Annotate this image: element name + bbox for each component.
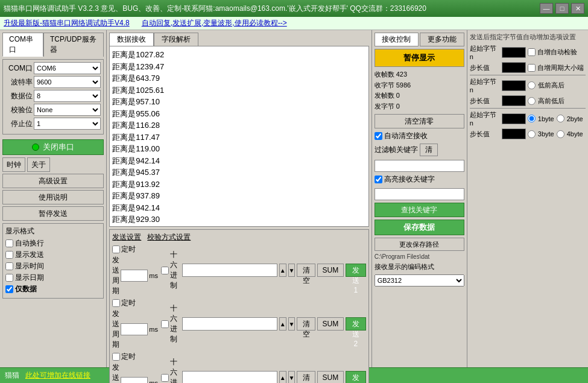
send-settings-tab[interactable]: 发送设置 bbox=[112, 232, 141, 242]
high-recv-check[interactable] bbox=[375, 176, 382, 183]
send2-hex-check[interactable] bbox=[161, 320, 169, 328]
send1-clear-button[interactable]: 清空 bbox=[297, 264, 315, 277]
only-data-check[interactable] bbox=[5, 285, 13, 293]
start-byte-input-1[interactable] bbox=[502, 47, 526, 58]
tab-data-receive[interactable]: 数据接收 bbox=[109, 33, 154, 46]
upgrade-link[interactable]: 升级最新版-猫猫串口网络调试助手V4.8 bbox=[4, 18, 130, 28]
send1-button[interactable]: 发送1 bbox=[346, 264, 365, 277]
parity-select[interactable]: None bbox=[34, 104, 101, 116]
2byte-radio[interactable] bbox=[557, 115, 564, 122]
checksum-settings-tab[interactable]: 校验方式设置 bbox=[147, 232, 191, 242]
usage-button[interactable]: 使用说明 bbox=[2, 190, 104, 204]
send1-timer-label: 定时 bbox=[121, 244, 136, 255]
auto-reply-link[interactable]: 自动回复,发送扩展,变量波形,使用必读教程--> bbox=[142, 18, 287, 28]
send1-period-input[interactable]: 1000 bbox=[121, 270, 148, 282]
send2-input[interactable] bbox=[182, 317, 277, 331]
show-send-check[interactable] bbox=[5, 251, 13, 259]
show-date-row: 显示日期 bbox=[5, 273, 101, 283]
recv-control-tab[interactable]: 接收控制 bbox=[375, 33, 419, 46]
pause-send-button[interactable]: 暂停发送 bbox=[2, 206, 104, 221]
right-tabs: 接收控制 更多功能 bbox=[375, 33, 464, 46]
send3-sum-button[interactable]: SUM bbox=[317, 371, 344, 383]
data-bits-label: 数据位 bbox=[5, 91, 33, 101]
exec-keyword-button[interactable]: 查找关键字 bbox=[375, 203, 464, 217]
send2-clear-button[interactable]: 清空 bbox=[297, 317, 315, 331]
send1-scroll-down[interactable]: ▼ bbox=[288, 264, 296, 277]
send3-input[interactable] bbox=[182, 371, 277, 383]
auto-inc-check[interactable] bbox=[528, 48, 536, 56]
auto-clear-check[interactable] bbox=[375, 132, 382, 140]
send3-timer-check[interactable] bbox=[112, 353, 120, 361]
more-functions-tab[interactable]: 更多功能 bbox=[420, 33, 464, 46]
step-input-2[interactable] bbox=[502, 95, 526, 106]
com-select[interactable]: COM6 bbox=[34, 62, 101, 74]
high-recv-keyword-input[interactable] bbox=[375, 188, 464, 200]
over-key-row: 过滤帧关键字 清 bbox=[375, 144, 464, 156]
clock-button[interactable]: 时钟 bbox=[2, 157, 25, 172]
close-button[interactable]: ✕ bbox=[571, 3, 584, 14]
send3-button[interactable]: 发送3 bbox=[346, 371, 365, 383]
maximize-button[interactable]: □ bbox=[555, 3, 569, 14]
data-display[interactable]: 距离是1027.82距离是1239.47距离是643.79距离是1025.61距… bbox=[109, 46, 368, 227]
encoding-select[interactable]: GB2312 bbox=[375, 274, 464, 286]
about-button[interactable]: 关于 bbox=[27, 157, 50, 172]
start-byte-input-3[interactable] bbox=[502, 113, 526, 124]
change-path-button[interactable]: 更改保存路径 bbox=[375, 238, 464, 251]
send2-scroll-down[interactable]: ▼ bbox=[288, 317, 296, 331]
save-data-button[interactable]: 保存数据 bbox=[375, 220, 464, 235]
send2-checkboxes: 定时 发送周期 500 ms bbox=[112, 298, 158, 350]
send2-period-input[interactable]: 500 bbox=[121, 323, 148, 335]
high-low-radio[interactable] bbox=[528, 97, 536, 105]
send1-timer-check[interactable] bbox=[112, 245, 120, 253]
step-input-3[interactable] bbox=[502, 128, 526, 139]
auto-range-check[interactable] bbox=[528, 64, 536, 72]
minimize-button[interactable]: — bbox=[540, 3, 553, 14]
list-item: 距离是942.14 bbox=[112, 202, 365, 214]
open-port-button[interactable]: 关闭串口 bbox=[2, 139, 104, 155]
low-high-radio[interactable] bbox=[528, 81, 536, 89]
stop-bits-select[interactable]: 1 bbox=[34, 118, 101, 130]
3byte-radio[interactable] bbox=[528, 130, 536, 138]
baud-select[interactable]: 9600 bbox=[34, 76, 101, 88]
list-item: 距离是957.10 bbox=[112, 96, 365, 108]
send-bytes: 发字节 0 bbox=[375, 101, 464, 112]
auto-row-1: 起始字节n 自增自动检验 bbox=[470, 44, 586, 60]
send1-input[interactable] bbox=[182, 264, 277, 277]
show-date-check[interactable] bbox=[5, 274, 13, 282]
1byte-radio[interactable] bbox=[528, 115, 536, 122]
start-byte-input-2[interactable] bbox=[502, 80, 526, 91]
send1-sum-button[interactable]: SUM bbox=[317, 264, 344, 277]
clear-keyword-button[interactable]: 清 bbox=[420, 144, 438, 156]
list-item: 距离是116.28 bbox=[112, 119, 365, 131]
clear-zero-button[interactable]: 清空清零 bbox=[375, 114, 464, 128]
tab-tcp[interactable]: TCP/UDP服务器 bbox=[43, 33, 104, 57]
step-input-1[interactable] bbox=[502, 62, 526, 73]
send3-period-input[interactable]: 1000 bbox=[121, 377, 148, 383]
over-keyword-input[interactable] bbox=[375, 160, 464, 172]
tab-field-parse[interactable]: 字段解析 bbox=[154, 33, 198, 46]
2byte-label: 2byte bbox=[567, 115, 583, 122]
send2-button[interactable]: 发送2 bbox=[346, 317, 365, 331]
send2-scroll-up[interactable]: ▲ bbox=[279, 317, 286, 331]
add-link[interactable]: 此处可增加在线链接 bbox=[25, 370, 90, 381]
4byte-radio[interactable] bbox=[557, 130, 564, 138]
send1-scroll-up[interactable]: ▲ bbox=[279, 264, 286, 277]
show-time-check[interactable] bbox=[5, 262, 13, 270]
advanced-settings-button[interactable]: 高级设置 bbox=[2, 174, 104, 188]
data-bits-select[interactable]: 8 bbox=[34, 90, 101, 102]
send3-clear-button[interactable]: 清空 bbox=[297, 371, 315, 383]
send3-hex-check[interactable] bbox=[161, 374, 169, 382]
led-indicator bbox=[32, 144, 39, 151]
auto-wrap-check[interactable] bbox=[5, 239, 13, 247]
send1-hex-check[interactable] bbox=[161, 267, 169, 274]
com-tabs: COM串口 TCP/UDP服务器 bbox=[2, 33, 104, 57]
send2-sum-button[interactable]: SUM bbox=[317, 317, 344, 331]
encoding-label: 接收显示的编码格式 bbox=[375, 262, 464, 271]
send3-scroll-up[interactable]: ▲ bbox=[279, 371, 286, 383]
parity-row: 校验位 None bbox=[5, 104, 101, 116]
tab-com[interactable]: COM串口 bbox=[2, 33, 43, 57]
pause-display-button[interactable]: 暂停显示 bbox=[375, 49, 464, 67]
send3-scroll-down[interactable]: ▼ bbox=[288, 371, 296, 383]
send2-timer-check[interactable] bbox=[112, 299, 120, 307]
high-low-label: 高前低后 bbox=[538, 97, 564, 106]
